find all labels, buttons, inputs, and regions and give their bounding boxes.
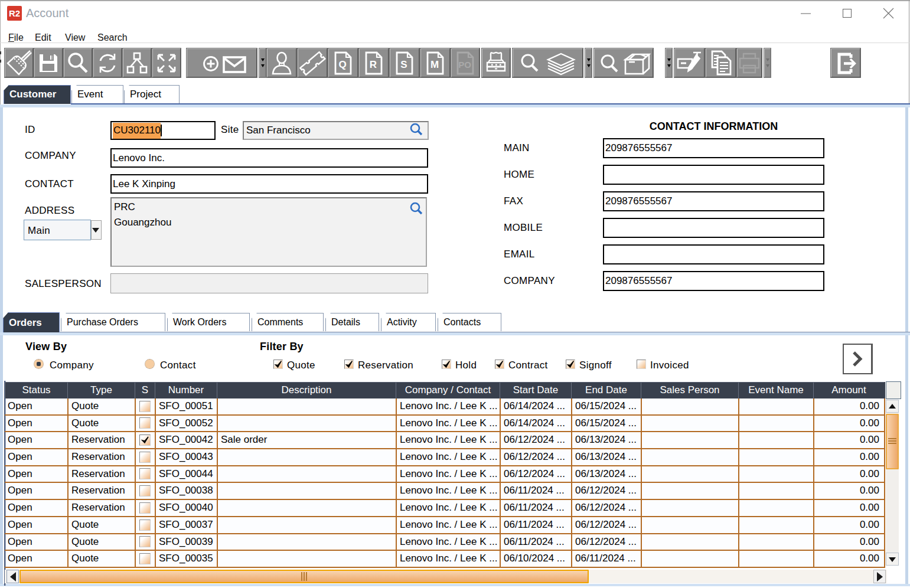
svg-text:R: R — [370, 59, 377, 70]
svg-text:M: M — [430, 59, 439, 70]
svg-text:Q: Q — [338, 59, 346, 70]
svg-text:S: S — [400, 59, 407, 70]
svg-text:PO: PO — [458, 60, 471, 70]
